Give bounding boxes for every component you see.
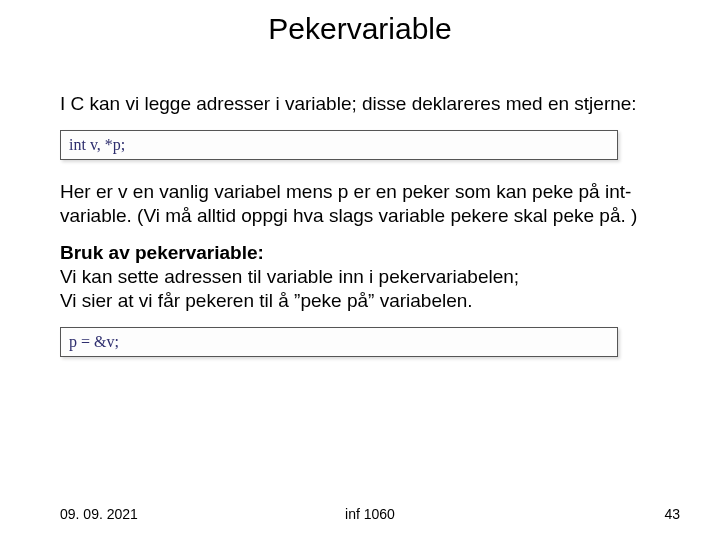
slide-body: I C kan vi legge adresser i variable; di…: [60, 92, 660, 377]
code-assignment-box: p = &v;: [60, 327, 618, 357]
slide-title: Pekervariable: [0, 12, 720, 46]
intro-paragraph: I C kan vi legge adresser i variable; di…: [60, 92, 660, 116]
footer-page-number: 43: [664, 506, 680, 522]
usage-paragraph: Bruk av pekervariable: Vi kan sette adre…: [60, 241, 660, 312]
usage-line-2: Vi sier at vi får pekeren til å ”peke på…: [60, 290, 473, 311]
usage-heading: Bruk av pekervariable:: [60, 242, 264, 263]
slide: Pekervariable I C kan vi legge adresser …: [0, 0, 720, 540]
code-declaration-box: int v, *p;: [60, 130, 618, 160]
footer-date: 09. 09. 2021: [60, 506, 138, 522]
usage-line-1: Vi kan sette adressen til variable inn i…: [60, 266, 519, 287]
footer-course: inf 1060: [60, 506, 680, 522]
explanation-paragraph: Her er v en vanlig variabel mens p er en…: [60, 180, 660, 228]
slide-footer: 09. 09. 2021 inf 1060 43: [60, 506, 680, 522]
